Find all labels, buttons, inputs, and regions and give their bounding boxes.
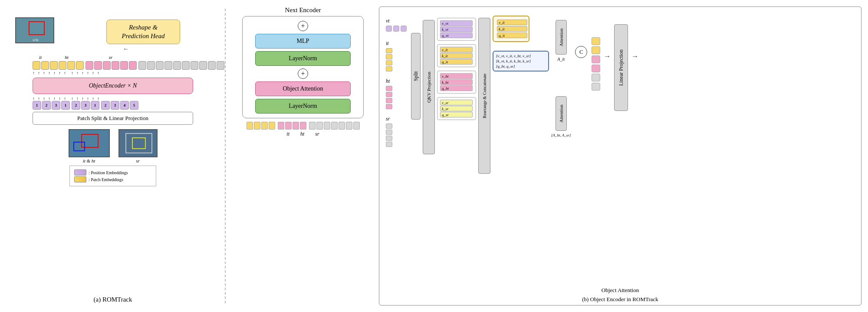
num-token-9: 3 <box>111 101 119 110</box>
arrows-up-row: ↑ ↑ ↑ ↑ ↑ ↑ ↑ ↑ ↑ ↑ ↑ ↑ ↑ <box>33 71 197 75</box>
darr8: ↑ <box>71 96 73 101</box>
svg-rect-3 <box>69 129 109 157</box>
plus-circle-middle: + <box>298 68 308 79</box>
split-col: Split <box>411 33 421 120</box>
tokens-main-row <box>33 61 197 70</box>
linear-proj-box: Linear Projection <box>614 24 628 111</box>
attn2-line3: [q_ht, q_sr] <box>496 64 546 68</box>
concat-circle: C <box>575 46 587 58</box>
reshape-label: Reshape & Prediction Head <box>122 24 164 39</box>
final-arrow: → <box>631 52 638 60</box>
it-token-2 <box>41 61 49 70</box>
sr-input-tokens <box>386 124 392 147</box>
ht-inp-3 <box>386 98 392 103</box>
attn1-input-box: v_it k_it q_it <box>493 16 529 42</box>
panel-c-bottom: Object Attention <box>386 287 855 294</box>
it-token-3 <box>50 61 58 70</box>
vvt-bar: v_vt <box>440 20 473 26</box>
vt-tok-3 <box>401 26 407 32</box>
bottom-tokens-b <box>247 122 360 130</box>
next-encoder-title: Next Encoder <box>285 6 321 14</box>
sr-bt-2 <box>316 122 323 130</box>
arr7: ↑ <box>64 71 66 75</box>
sr-inp-4 <box>386 142 392 147</box>
num-token-2: 2 <box>42 101 51 110</box>
darr2: ↑ <box>38 96 40 101</box>
out-tok-2 <box>592 46 600 54</box>
it-inp-1 <box>386 48 392 53</box>
legend-patch-emb: : Patch Embeddings <box>74 176 151 182</box>
it-token-6 <box>76 61 84 70</box>
it-input-group: it <box>386 40 407 72</box>
darr13: ↑ <box>97 96 99 101</box>
mlp-label: MLP <box>297 38 309 44</box>
sr-bt-3 <box>324 122 330 130</box>
num-token-1: 1 <box>33 101 41 110</box>
sr-bt-5 <box>339 122 345 130</box>
ht-bt-2 <box>285 122 292 130</box>
patch-emb-label: : Patch Embeddings <box>89 177 123 182</box>
it-ht-bottom-thumb <box>69 129 110 157</box>
num-token-7: 1 <box>91 101 99 110</box>
arr4: ↑ <box>48 71 50 75</box>
plus-symbol-top: + <box>301 22 305 30</box>
sr-token-8 <box>199 61 207 70</box>
concat-col: C <box>575 46 587 58</box>
arr11: ↑ <box>87 71 89 75</box>
sr-bt-7 <box>353 122 360 130</box>
out-tokens-col <box>592 37 600 91</box>
sr-token-10 <box>217 61 224 70</box>
qvt-bar: q_vt <box>440 32 473 38</box>
ht-label-c: ht <box>386 78 390 84</box>
numbered-tokens-row: 1 2 3 1 2 3 1 2 3 4 5 <box>33 101 197 110</box>
darr6: ↑ <box>59 96 61 101</box>
arrows-down-row: ↑ ↑ ↑ ↑ ↑ ↑ ↑ ↑ ↑ ↑ ↑ ↑ ↑ <box>33 96 197 101</box>
sr-token-9 <box>208 61 216 70</box>
it-label-c: it <box>386 40 389 47</box>
attn2-input-box: [v_vt, v_it, v_ht, v_sr] [k_vt, k_it, k_… <box>493 51 549 72</box>
it-bt-4 <box>269 122 275 130</box>
it-token-5 <box>67 61 75 70</box>
obj-encoder-label: ObjectEncoder × N <box>89 82 137 89</box>
sr-token-6 <box>182 61 190 70</box>
panel-a-title: (a) ROMTrack <box>93 294 132 303</box>
reshape-section: Reshape & Prediction Head ← <box>72 13 180 52</box>
bottom-images: it & ht sr <box>69 129 158 163</box>
darr9: ↑ <box>76 96 79 101</box>
ht-token-4 <box>112 61 119 70</box>
arrow-right-icon: → <box>604 52 611 60</box>
out-tok-5 <box>592 74 600 81</box>
kvt-bar: k_vt <box>440 26 473 32</box>
ht-inp-1 <box>386 86 392 91</box>
layernorm-label-1: LayerNorm <box>289 55 317 62</box>
sr-input-group: sr <box>386 116 407 147</box>
arr8: ↑ <box>71 71 73 75</box>
linear-proj-label: Linear Projection <box>618 49 625 86</box>
it-token-4 <box>59 61 66 70</box>
it-ht-label: it & ht <box>83 158 95 163</box>
ht-token-1 <box>85 61 93 70</box>
it-inp-2 <box>386 54 392 59</box>
it-bottom-tokens <box>247 122 275 130</box>
it-bt-1 <box>247 122 253 130</box>
sr-token-group <box>138 61 224 70</box>
it-input-tokens <box>386 48 392 72</box>
svg-text:it/ht: it/ht <box>33 38 39 42</box>
vsr-bar: v_sr <box>440 100 473 105</box>
vit-bar: v_it <box>440 47 473 52</box>
rearrange-label: Rearrange & Concatenate <box>482 73 487 118</box>
it-bt-3 <box>261 122 268 130</box>
qit-bar: q_it <box>440 59 473 65</box>
arrow-from-reshape: ← <box>123 46 129 52</box>
obj-attn-title-label: Object Attention <box>602 287 639 293</box>
arr3: ↑ <box>43 71 45 75</box>
qkv-vt-group: v_vt k_vt q_vt <box>437 18 476 41</box>
plus-symbol-middle: + <box>301 70 305 78</box>
reshape-box: Reshape & Prediction Head <box>106 20 180 44</box>
split-label: Split <box>413 72 419 81</box>
darr12: ↑ <box>92 96 94 101</box>
patch-split-label: Patch Split & Linear Projection <box>77 115 148 121</box>
attn1-label: Attention <box>559 28 564 46</box>
it-ht-bottom-svg <box>69 129 109 157</box>
ht-bt-3 <box>293 122 299 130</box>
